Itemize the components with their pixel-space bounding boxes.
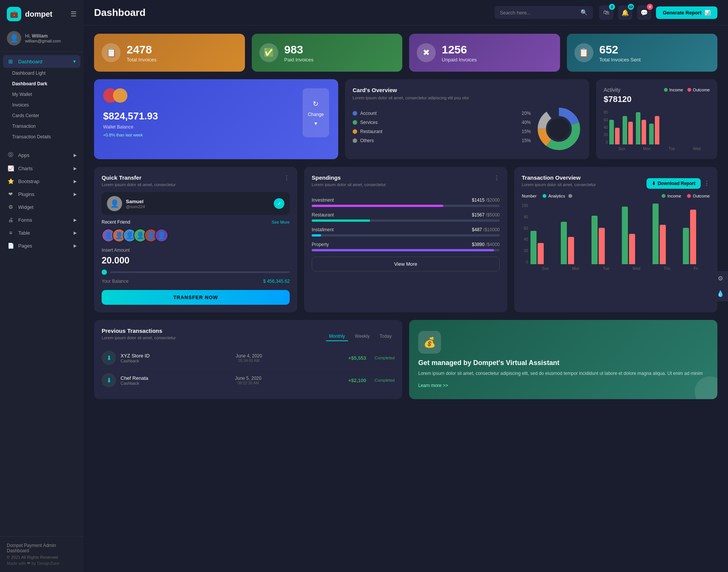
analytics-toggle[interactable]: Analytics (543, 194, 572, 198)
sidebar-item-forms[interactable]: 🖨 Forms ▶ (0, 213, 83, 226)
hamburger-icon[interactable]: ☰ (71, 10, 77, 18)
transaction-type: Cashback (121, 359, 150, 363)
spending-item-investment: Investment $1415 /$2000 (312, 197, 500, 207)
see-more-link[interactable]: See More (271, 220, 290, 224)
sidebar-sub-cards[interactable]: Cards Center (0, 110, 83, 121)
search-input[interactable] (500, 10, 577, 16)
transfer-now-button[interactable]: TRANSFER NOW (102, 290, 290, 305)
to-outcome-fri (690, 210, 696, 264)
analytics-inactive-dot (568, 194, 572, 198)
to-bar-group-sun (530, 231, 557, 264)
stat-card-paid-invoices: ✅ 983 Paid Invoices (252, 34, 403, 72)
main-content: Dashboard 🔍 🛍 2 🔔 12 💬 8 Generate Report… (83, 0, 728, 572)
download-report-button[interactable]: ⬇ Download Report (646, 178, 701, 189)
bar-chart-wrapper: Sun Mon Tue Wed (609, 110, 710, 151)
sidebar-item-apps[interactable]: ⓪ Apps ▶ (0, 148, 83, 162)
floating-buttons: ⚙ 💧 (713, 271, 728, 301)
quick-transfer-section: Quick Transfer Lorem ipsum dolor sit ame… (94, 167, 297, 312)
report-text: Generate Report (663, 10, 701, 16)
forms-icon: 🖨 (7, 217, 14, 223)
prev-transactions-title: Previous Transactions (102, 328, 176, 334)
recent-friends-label: Recent Friend (102, 219, 130, 225)
quick-transfer-desc: Lorem ipsum dolor sit amet, consectetur (102, 182, 176, 187)
sidebar-sub-dashboard-dark[interactable]: Dashboard Dark (0, 78, 83, 89)
chevron-right-icon: ▶ (74, 179, 77, 184)
chat-icon: 💬 (640, 9, 648, 16)
chevron-right-icon: ▶ (74, 153, 77, 158)
account-dot (353, 111, 357, 116)
outcome-bar-wed (655, 116, 659, 144)
transaction-info: XYZ Store ID Cashback (121, 353, 150, 363)
floating-settings-button[interactable]: ⚙ (713, 271, 728, 286)
outcome-dot (687, 88, 691, 92)
chevron-down-icon: ▼ (72, 59, 77, 64)
number-toggle[interactable]: Number (522, 194, 537, 198)
tab-today[interactable]: Today (377, 332, 395, 341)
stat-card-sent-invoices: 📋 652 Total Invoices Sent (567, 34, 718, 72)
activity-amount: $78120 (604, 94, 710, 104)
contact-check-icon: ✓ (274, 198, 284, 209)
sidebar-sub-wallet[interactable]: My Wallet (0, 89, 83, 100)
sidebar-item-label: Pages (18, 243, 32, 249)
shopping-bag-button[interactable]: 🛍 2 (599, 5, 613, 20)
prev-transactions-desc: Lorem ipsum dolor sit amet, consectetur (102, 335, 176, 340)
page-title: Dashboard (94, 7, 488, 19)
others-label: Others (360, 138, 519, 143)
user-info: Hi, William william@gmail.com (25, 33, 61, 43)
to-income-fri (683, 228, 689, 264)
nav-section-apps: ⓪ Apps ▶ 📈 Charts ▶ ⭐ Bootstrap ▶ ❤ Plug… (0, 145, 83, 255)
sidebar-item-widget[interactable]: ⚙ Widget (0, 201, 83, 213)
transaction-dots-menu[interactable]: ⋮ (704, 180, 710, 187)
learn-more-link[interactable]: Learn more >> (418, 383, 708, 388)
tab-weekly[interactable]: Weekly (352, 332, 373, 341)
friend-avatar-6: 👤 (155, 229, 168, 242)
wallet-inner: $824,571.93 Wallet Balance +0.8% than la… (103, 88, 329, 137)
sidebar-item-table[interactable]: ≡ Table ▶ (0, 226, 83, 239)
cards-body: Account 20% Services 40% Restaurant 15% (353, 106, 582, 152)
virtual-assistant-icon: 💰 (418, 331, 441, 354)
topbar: Dashboard 🔍 🛍 2 🔔 12 💬 8 Generate Report… (83, 0, 728, 25)
chat-button[interactable]: 💬 8 (637, 5, 651, 20)
chevron-right-icon: ▶ (74, 243, 77, 248)
sidebar: 💼 dompet ☰ 👤 Hi, William william@gmail.c… (0, 0, 83, 572)
prev-transactions-tabs: Monthly Weekly Today (326, 332, 395, 341)
chevron-right-icon: ▶ (74, 218, 77, 223)
donut-chart (536, 106, 582, 152)
income-legend-dot (662, 194, 665, 198)
sidebar-item-plugins[interactable]: ❤ Plugins ▶ (0, 188, 83, 201)
chat-badge: 8 (647, 4, 653, 10)
notification-button[interactable]: 🔔 12 (618, 5, 632, 20)
balance-row: Your Balance $ 456,345.62 (102, 279, 290, 284)
sidebar-sub-invoices[interactable]: Invoices (0, 100, 83, 110)
transaction-overview-title: Transaction Overview (522, 174, 596, 181)
amount-slider[interactable] (102, 270, 290, 275)
transaction-bars-wrapper: Sun Mon Tue Wed Thu Fri (530, 204, 710, 271)
sidebar-item-pages[interactable]: 📄 Pages ▶ (0, 239, 83, 252)
sidebar-item-bootstrap[interactable]: ⭐ Bootstrap ▶ (0, 175, 83, 188)
transaction-item-chef: ⬇ Chef Renata Cashback June 5, 2020 06:1… (102, 369, 395, 392)
tab-monthly[interactable]: Monthly (326, 332, 348, 341)
restaurant-pct: 15% (522, 129, 531, 134)
income-bar-wed (649, 124, 654, 144)
sidebar-item-charts[interactable]: 📈 Charts ▶ (0, 162, 83, 175)
sidebar-sub-transaction-details[interactable]: Transaction Details (0, 132, 83, 142)
sidebar-sub-dashboard-light[interactable]: Dashboard Light (0, 68, 83, 78)
plugins-icon: ❤ (7, 191, 14, 197)
generate-report-button[interactable]: Generate Report 📊 (656, 6, 717, 19)
sidebar-item-label: Widget (18, 204, 33, 210)
change-toggle-button[interactable]: ↻ Change ▼ (303, 88, 329, 137)
spendings-desc: Lorem ipsum dolor sit amet, consectetur (312, 182, 386, 187)
spendings-title: Spendings (312, 174, 386, 181)
to-income-thu (653, 204, 659, 264)
sidebar-item-dashboard[interactable]: ⊞ Dashboard ▼ (3, 55, 80, 68)
wallet-label: Wallet Balance (103, 124, 297, 130)
cards-overview-title: Card's Overview (353, 87, 582, 93)
spendings-dots-menu[interactable]: ⋮ (494, 174, 500, 182)
floating-theme-button[interactable]: 💧 (713, 286, 728, 301)
income-label: Income (669, 88, 683, 92)
sidebar-footer: Dompet Payment Admin Dashboard © 2021 Al… (0, 536, 83, 572)
dots-menu-icon[interactable]: ⋮ (284, 174, 290, 182)
footer-made: Made with ❤ by DesignZone (7, 561, 77, 566)
sidebar-sub-transaction[interactable]: Transaction (0, 121, 83, 132)
view-more-button[interactable]: View More (312, 257, 500, 271)
